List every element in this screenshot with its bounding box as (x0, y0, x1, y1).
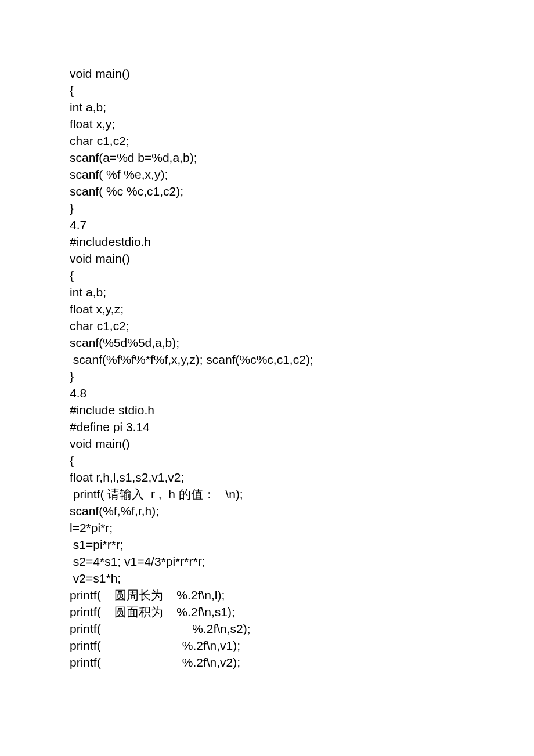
code-line: int a,b; (70, 284, 534, 301)
code-line: char c1,c2; (70, 132, 534, 149)
code-line: l=2*pi*r; (70, 519, 534, 536)
code-line: #include stdio.h (70, 401, 534, 418)
code-line: scanf(a=%d b=%d,a,b); (70, 149, 534, 166)
code-line: } (70, 200, 534, 216)
code-line: float r,h,l,s1,s2,v1,v2; (70, 469, 534, 486)
code-line: 4.7 (70, 216, 534, 233)
code-line: printf( %.2f\n,v2); (70, 654, 534, 671)
code-line: printf( 圆面积为 %.2f\n,s1); (70, 603, 534, 620)
code-line: { (70, 452, 534, 469)
code-line: scanf(%f%f%*f%f,x,y,z); scanf(%c%c,c1,c2… (70, 351, 534, 368)
code-line: float x,y; (70, 115, 534, 132)
code-line: scanf(%5d%5d,a,b); (70, 334, 534, 351)
code-line: s2=4*s1; v1=4/3*pi*r*r*r; (70, 553, 534, 570)
code-line: scanf( %c %c,c1,c2); (70, 183, 534, 200)
code-line: printf( 圆周长为 %.2f\n,l); (70, 587, 534, 603)
code-line: { (70, 82, 534, 99)
code-line: scanf( %f %e,x,y); (70, 166, 534, 183)
code-line: void main() (70, 250, 534, 267)
code-line: s1=pi*r*r; (70, 536, 534, 553)
code-line: v2=s1*h; (70, 570, 534, 587)
code-line: void main() (70, 435, 534, 452)
code-line: int a,b; (70, 99, 534, 115)
document-page: void main() { int a,b; float x,y; char c… (0, 0, 534, 756)
code-line: #includestdio.h (70, 233, 534, 250)
code-line: void main() (70, 65, 534, 82)
code-line: { (70, 267, 534, 284)
code-line: scanf(%f,%f,r,h); (70, 502, 534, 519)
code-line: printf( %.2f\n,s2); (70, 620, 534, 637)
code-line: char c1,c2; (70, 317, 534, 334)
code-line: printf( 请输入 r , h 的值： \n); (70, 486, 534, 502)
code-line: } (70, 368, 534, 385)
code-line: float x,y,z; (70, 301, 534, 317)
code-line: 4.8 (70, 385, 534, 401)
code-line: #define pi 3.14 (70, 418, 534, 435)
code-line: printf( %.2f\n,v1); (70, 637, 534, 654)
